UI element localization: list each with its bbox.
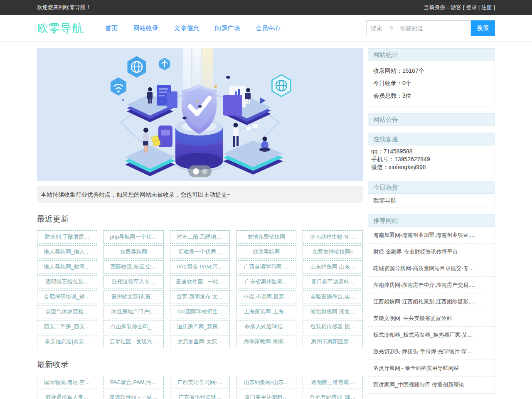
- main-content: 本站持续收集行业优秀站点，如果您的网站未被收录，您也可以主动提交~ 最近更新 防…: [37, 48, 363, 399]
- site-link[interactable]: 上海家装网-上海…: [236, 305, 296, 318]
- site-header: 欧零导航 首页网站收录文章信息问题广场会员中心 搜索: [0, 15, 532, 42]
- register-link[interactable]: 注册: [481, 4, 492, 10]
- site-link[interactable]: 懒人导航网_收录…: [37, 260, 97, 273]
- sidebar: 网站统计 收录网站：15167个今日收录：0个会员总数：3位 网站公告 在线客服…: [368, 48, 495, 399]
- site-link[interactable]: 免费导航网: [103, 245, 164, 259]
- service-contact-line: 微信：xinfengkeji998: [371, 163, 492, 171]
- recommended-site-link[interactable]: 安徽文明网_中共安徽省委宣传部: [368, 310, 495, 327]
- welcome-text: 欢迎您来到欧零导航！: [37, 4, 91, 11]
- site-link[interactable]: 广西英语学习网-…: [170, 376, 230, 389]
- panel-hot-search: 今日热搜 欧零导航: [368, 181, 495, 207]
- site-link[interactable]: 迪庆房产网_新房…: [170, 320, 230, 333]
- site-link[interactable]: 包装机传感器-搅…: [303, 320, 363, 333]
- site-link[interactable]: 友情免费链接网: [236, 230, 296, 244]
- site-link[interactable]: PAC聚合,PAM,污…: [103, 376, 164, 389]
- stat-row: 会员总数：3位: [373, 89, 490, 102]
- recommended-site-link[interactable]: 驼城资源导航网-高质量网站目录提交-专…: [368, 260, 495, 277]
- stat-row: 今日收录：0个: [373, 77, 490, 89]
- recommended-site-link[interactable]: 激光切割头-焊接头-手持焊-光学镜片-深…: [368, 343, 495, 360]
- site-link[interactable]: 免费友情链接网k: [303, 245, 363, 259]
- login-link[interactable]: 登录: [466, 4, 477, 10]
- site-link[interactable]: PAC聚合,PAM,污…: [170, 260, 230, 273]
- recommended-site-link[interactable]: 宣讲家网_中国视频智库 传播创新理论: [368, 377, 495, 393]
- notice-bar: 本站持续收集行业优秀站点，如果您的网站未被收录，您也可以主动提交~: [37, 186, 363, 203]
- site-link[interactable]: 西安二手房_西安…: [37, 320, 97, 333]
- site-link[interactable]: 100国际学校招生…: [170, 305, 230, 318]
- site-link[interactable]: 非插入式通球指…: [236, 320, 296, 333]
- site-link[interactable]: 合肥考研培训_辅…: [37, 290, 97, 303]
- site-link[interactable]: 广东省惠州监狱…: [170, 391, 230, 399]
- site-link[interactable]: 厦门春宇达塑料…: [303, 275, 363, 288]
- panel-announcement: 网站公告: [368, 113, 495, 126]
- site-link[interactable]: 欣欣导航网: [236, 245, 296, 259]
- site-link[interactable]: 山东钓鱼网-山东…: [303, 260, 363, 273]
- search-button[interactable]: 搜索: [471, 20, 495, 36]
- site-link[interactable]: 济南欣烨生物-N-…: [303, 230, 363, 244]
- site-link[interactable]: 星速软件园 - 一站…: [170, 275, 230, 288]
- latest-included-grid: 国际物流,海运,空…PAC聚合,PAM,污…广西英语学习网-…山东钓鱼网-山东……: [37, 376, 363, 399]
- banner-carousel: [37, 48, 363, 181]
- site-link[interactable]: 鼓楼退役军人专…: [37, 391, 97, 399]
- site-link[interactable]: 懒人导航网_懒人…: [37, 245, 97, 259]
- site-link[interactable]: 广东省惠州监狱…: [236, 275, 296, 288]
- site-link[interactable]: 实验室操作台,实…: [303, 290, 363, 303]
- site-link[interactable]: 国际物流,海运,空…: [103, 260, 164, 273]
- recommended-site-link[interactable]: 海南加盟网-海南创业加盟,海南创业项目,…: [368, 227, 495, 244]
- main-nav: 首页网站收录文章信息问题广场会员中心: [105, 25, 281, 32]
- online-service-title: 在线客服: [368, 133, 495, 145]
- recommended-sites-body: 海南加盟网-海南创业加盟,海南创业项目,…财经-金融界-专业财经资讯传播平台驼城…: [368, 227, 495, 394]
- site-link[interactable]: 白山家装修公司_…: [103, 320, 164, 333]
- recommended-site-link[interactable]: 江西婚嫁网-江西婚礼策划,江西婚纱摄影,…: [368, 293, 495, 310]
- nav-item[interactable]: 网站收录: [133, 25, 158, 32]
- site-link[interactable]: 南通房地产门户|…: [103, 305, 164, 318]
- site-link[interactable]: 泰安信息港|泰安…: [37, 335, 97, 348]
- site-link[interactable]: 广西英语学习网-…: [236, 260, 296, 273]
- globe-outline-hexagon-icon: [272, 75, 291, 96]
- site-link[interactable]: 宿州软文营销,宿…: [103, 290, 164, 303]
- nav-item[interactable]: 首页: [105, 25, 118, 32]
- service-contact-line: 手机号：13952627849: [371, 155, 492, 163]
- site-link[interactable]: 太原加盟网-太原…: [170, 335, 230, 348]
- carousel-dot-2[interactable]: [202, 169, 207, 174]
- site-link[interactable]: php导航网一个优…: [103, 230, 164, 244]
- site-link[interactable]: 汇收录一个优秀…: [170, 245, 230, 259]
- recommended-site-link[interactable]: 洛灵导航网 - 最全面的实用导航网站: [368, 360, 495, 377]
- site-link[interactable]: 国际物流,海运,空…: [37, 376, 97, 389]
- stat-row: 收录网站：15167个: [373, 64, 490, 77]
- search-bar: 搜索: [366, 20, 495, 36]
- latest-included-title: 最新收录: [37, 359, 363, 370]
- site-stats-title: 网站统计: [368, 48, 495, 61]
- recommended-site-link[interactable]: 湖南搜房网-湖南房产中介,湖南房产交易,…: [368, 277, 495, 293]
- identity-status: 当前身份：游客 [ 登录 | 注册 ]: [424, 4, 495, 11]
- site-link[interactable]: 点型气体浓度检…: [37, 305, 97, 318]
- site-link[interactable]: 湖北财税网-湖北…: [303, 305, 363, 318]
- hot-search-item[interactable]: 欧零导航: [368, 194, 495, 207]
- site-link[interactable]: 云梦社区 - 发现兴…: [103, 335, 164, 348]
- nav-item[interactable]: 问题广场: [215, 25, 240, 32]
- site-link[interactable]: 厦门春宇达塑料…: [236, 391, 296, 399]
- site-link[interactable]: 首页 新闻发布-文…: [170, 290, 230, 303]
- nav-item[interactable]: 文章信息: [174, 25, 199, 32]
- recent-updates-grid: 防黄剂,丁酰肼原…php导航网一个优…对苯二酚,乙醇钠,…友情免费链接网济南欣烨…: [37, 230, 363, 348]
- site-link[interactable]: 鼓楼退役军人专…: [103, 275, 164, 288]
- site-link[interactable]: 星速软件园 - 一站…: [103, 391, 164, 399]
- nav-item[interactable]: 会员中心: [256, 25, 281, 32]
- site-link[interactable]: 透明膜三维包装…: [303, 376, 363, 389]
- site-link[interactable]: 合肥考研培训_辅…: [303, 391, 363, 399]
- site-logo[interactable]: 欧零导航: [37, 21, 84, 36]
- site-link[interactable]: 海南家教网-海南…: [236, 335, 296, 348]
- carousel-indicator: [188, 165, 212, 177]
- recommended-site-link[interactable]: 板式冷却器_板式蒸发器_换热器厂家-艾…: [368, 327, 495, 343]
- site-link[interactable]: 惠州市惠阳区新…: [303, 335, 363, 348]
- recommended-site-link[interactable]: 财经-金融界-专业财经资讯传播平台: [368, 244, 495, 260]
- site-link[interactable]: 防黄剂,丁酰肼原…: [37, 230, 97, 244]
- site-link[interactable]: 透明膜三维包装…: [37, 275, 97, 288]
- site-stats-body: 收录网站：15167个今日收录：0个会员总数：3位: [368, 61, 495, 106]
- search-input[interactable]: [366, 20, 471, 36]
- identity-prefix: 当前身份：游客 [: [424, 4, 466, 10]
- carousel-dot-1[interactable]: [193, 168, 199, 175]
- site-link[interactable]: 对苯二酚,乙醇钠,…: [170, 230, 230, 244]
- site-link[interactable]: 小说,小说网,最新…: [236, 290, 296, 303]
- hot-search-body: 欧零导航: [368, 194, 495, 207]
- site-link[interactable]: 山东钓鱼网-山东…: [236, 376, 296, 389]
